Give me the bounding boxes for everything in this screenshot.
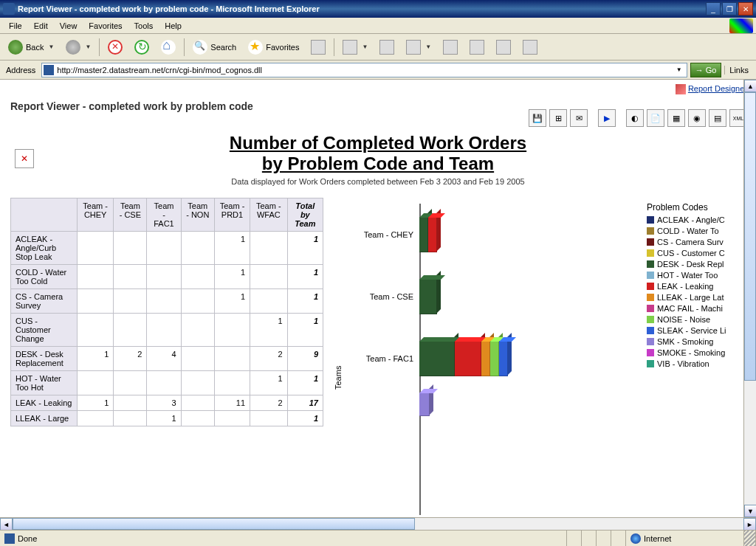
table-cell: 1 bbox=[78, 395, 114, 411]
address-bar: Address ▼ → Go Links bbox=[0, 61, 756, 80]
view-options-button[interactable]: ▤ bbox=[709, 109, 726, 127]
refresh-icon bbox=[134, 40, 149, 55]
forward-button[interactable]: ▼ bbox=[61, 37, 96, 58]
table-cell bbox=[78, 232, 114, 265]
column-header: Team - CSE bbox=[114, 198, 147, 232]
back-icon bbox=[8, 40, 23, 55]
legend-swatch bbox=[647, 249, 654, 257]
history-button[interactable] bbox=[306, 37, 331, 58]
address-input[interactable] bbox=[57, 66, 673, 75]
menu-help[interactable]: Help bbox=[159, 20, 188, 32]
scroll-right-button[interactable]: ► bbox=[743, 518, 756, 531]
table-row: CS - Camera Survey11 bbox=[11, 289, 323, 314]
table-cell bbox=[250, 232, 288, 265]
table-cell bbox=[78, 265, 114, 289]
close-button[interactable]: ✕ bbox=[738, 2, 753, 15]
home-button[interactable] bbox=[156, 37, 181, 58]
view-csv-button[interactable]: ◉ bbox=[688, 109, 706, 127]
minimize-button[interactable]: _ bbox=[706, 2, 721, 15]
table-cell bbox=[114, 314, 147, 347]
menu-view[interactable]: View bbox=[54, 20, 83, 32]
menu-file[interactable]: File bbox=[3, 20, 28, 32]
legend-label: LLEAK - Large Lat bbox=[657, 293, 724, 302]
security-zone: Internet bbox=[626, 531, 744, 546]
scroll-down-button[interactable]: ▼ bbox=[744, 505, 756, 517]
table-cell: 11 bbox=[214, 395, 250, 411]
table-cell: 1 bbox=[214, 289, 250, 314]
bar-segment bbox=[481, 341, 490, 376]
edit-button[interactable]: ▼ bbox=[401, 37, 436, 58]
forward-icon bbox=[66, 40, 80, 55]
row-header: CUS - Customer Change bbox=[11, 314, 78, 347]
table-cell bbox=[147, 314, 181, 347]
bar-segment bbox=[419, 341, 455, 376]
address-dropdown-icon[interactable]: ▼ bbox=[673, 66, 685, 73]
scroll-left-button[interactable]: ◄ bbox=[0, 518, 13, 531]
table-cell: 3 bbox=[147, 395, 181, 411]
scroll-thumb[interactable] bbox=[744, 92, 756, 381]
scroll-up-button[interactable]: ▲ bbox=[744, 80, 756, 92]
horizontal-scrollbar[interactable]: ◄ ► bbox=[0, 517, 756, 530]
email-button[interactable]: ✉ bbox=[570, 109, 588, 127]
legend-label: VIB - Vibration bbox=[657, 359, 709, 368]
notes-icon bbox=[496, 40, 511, 55]
menu-bar: File Edit View Favorites Tools Help bbox=[0, 18, 756, 34]
favorites-button[interactable]: Favorites bbox=[243, 37, 304, 58]
mail-button[interactable]: ▼ bbox=[337, 37, 373, 58]
vertical-scrollbar[interactable]: ▲ ▼ bbox=[743, 80, 756, 517]
search-icon bbox=[193, 40, 207, 55]
legend-swatch bbox=[647, 216, 654, 224]
report-designer-link[interactable]: Report Designer bbox=[676, 84, 747, 94]
view-pdf-button[interactable]: 📄 bbox=[647, 109, 664, 127]
menu-tools[interactable]: Tools bbox=[128, 20, 159, 32]
legend-item: DESK - Desk Repl bbox=[647, 260, 743, 269]
table-cell bbox=[250, 265, 288, 289]
total-column-header: Total by Team bbox=[287, 198, 323, 232]
restore-button[interactable]: ❐ bbox=[722, 2, 737, 15]
star-icon bbox=[248, 40, 263, 55]
search-button[interactable]: Search bbox=[188, 37, 241, 58]
legend-item: CUS - Customer C bbox=[647, 249, 743, 258]
run-button[interactable]: ▶ bbox=[598, 109, 616, 127]
window-title: Report Viewer - completed work by proble… bbox=[18, 4, 706, 13]
bar-row bbox=[419, 390, 508, 419]
bar-row: Team - CHEY bbox=[419, 204, 508, 266]
scroll-thumb-h[interactable] bbox=[13, 518, 415, 530]
refresh-button[interactable] bbox=[129, 37, 154, 58]
broken-image-icon: ✕ bbox=[15, 149, 34, 168]
legend-item: ACLEAK - Angle/C bbox=[647, 215, 743, 224]
legend-label: LEAK - Leaking bbox=[657, 282, 713, 291]
bar-segment bbox=[419, 393, 430, 416]
resize-grip[interactable] bbox=[744, 531, 756, 546]
legend-label: SMOKE - Smoking bbox=[657, 348, 725, 357]
legend-swatch bbox=[647, 360, 654, 367]
table-cell bbox=[114, 411, 147, 426]
back-button[interactable]: Back▼ bbox=[3, 37, 59, 58]
menu-favorites[interactable]: Favorites bbox=[83, 20, 128, 32]
legend-swatch bbox=[647, 260, 654, 268]
legend-label: ACLEAK - Angle/C bbox=[657, 215, 725, 224]
bar-label: Team - CHEY bbox=[332, 230, 413, 239]
history-icon bbox=[311, 40, 326, 55]
notes-button[interactable] bbox=[491, 37, 516, 58]
messenger-button[interactable] bbox=[518, 37, 543, 58]
research-icon bbox=[470, 40, 484, 55]
view-html-button[interactable]: ◐ bbox=[626, 109, 644, 127]
stop-button[interactable] bbox=[103, 37, 128, 58]
save-as-button[interactable]: ⊞ bbox=[549, 109, 567, 127]
menu-edit[interactable]: Edit bbox=[28, 20, 54, 32]
links-label[interactable]: Links bbox=[724, 66, 753, 75]
print-button[interactable] bbox=[374, 37, 399, 58]
discuss-button[interactable] bbox=[438, 37, 463, 58]
table-cell bbox=[147, 232, 181, 265]
view-excel-button[interactable]: ▦ bbox=[667, 109, 685, 127]
go-button[interactable]: → Go bbox=[690, 63, 722, 77]
table-cell bbox=[114, 371, 147, 395]
address-input-wrap[interactable]: ▼ bbox=[41, 63, 687, 77]
research-button[interactable] bbox=[464, 37, 489, 58]
report-toolbar: 💾 ⊞ ✉ ▶ ◐ 📄 ▦ ◉ ▤ XML bbox=[529, 109, 747, 127]
save-report-button[interactable]: 💾 bbox=[529, 109, 546, 127]
bar-segment bbox=[455, 341, 481, 376]
scroll-track-h[interactable] bbox=[13, 518, 743, 530]
scroll-track[interactable] bbox=[744, 92, 756, 505]
